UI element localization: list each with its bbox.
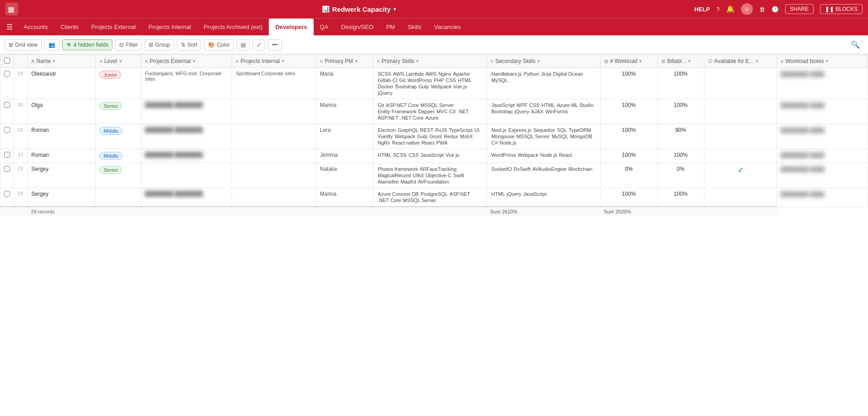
- cell-name[interactable]: Olga: [28, 99, 96, 124]
- cell-level: Senior: [96, 163, 141, 188]
- row-number: 21: [14, 124, 28, 149]
- filter-button[interactable]: ⊟ Filter: [115, 39, 142, 50]
- nav-item-design-seo[interactable]: Design/SEO: [335, 19, 380, 36]
- skill-tag: MSSQL Server: [403, 198, 436, 203]
- skill-tag: .NET Core: [400, 115, 424, 121]
- nav-bar: ☰ Accounts Clients Projects External Pro…: [0, 18, 868, 35]
- skill-tag: WinForms: [545, 109, 568, 114]
- skill-tag: Azure Cosmos DB: [378, 191, 418, 197]
- col-header-secondary-skills[interactable]: ≡ Secondary Skills ▾: [487, 55, 601, 68]
- skill-tag: Objective-C: [425, 173, 451, 178]
- cell-primary-pm: Natalia: [316, 163, 373, 188]
- skill-tag: CSS: [529, 102, 540, 108]
- col-header-primary-pm[interactable]: ≡ Primary PM ▾: [316, 55, 373, 68]
- skill-tag: JavaScript: [523, 191, 546, 197]
- cell-primary-skills: ElectronGraphQLRESTRxJSTypeScriptUIVueti…: [373, 124, 487, 149]
- col-header-billable[interactable]: ⊞ Billabl... ▾: [657, 55, 704, 68]
- row-checkbox[interactable]: [0, 188, 14, 207]
- color-icon: 🎨: [208, 42, 215, 48]
- hamburger-menu[interactable]: ☰: [2, 21, 17, 33]
- footer-spacer: 29 records: [28, 207, 487, 216]
- people-view-button[interactable]: 👥: [44, 39, 59, 50]
- search-button[interactable]: 🔍: [847, 39, 863, 51]
- notification-icon[interactable]: 🔔: [726, 5, 735, 13]
- proj-ext-col-icon: ≡: [145, 58, 148, 64]
- cell-projects-internal: [232, 99, 316, 124]
- name-col-icon: A: [31, 58, 34, 64]
- skill-tag: Nest.js: [491, 127, 507, 133]
- cell-name[interactable]: Roman: [28, 124, 96, 149]
- group-icon: ⊞: [149, 42, 153, 48]
- skill-tag: MongoDB: [570, 134, 592, 139]
- history-icon[interactable]: 🕐: [771, 6, 779, 13]
- color-button[interactable]: 🎨 Color: [204, 39, 234, 50]
- col-header-available[interactable]: ☑ Available for E... ▾: [704, 55, 777, 68]
- row-number: 22: [14, 149, 28, 163]
- col-header-notes[interactable]: ≡ Workload Notes ▾: [777, 55, 868, 68]
- cell-available: [704, 68, 777, 99]
- nav-item-accounts[interactable]: Accounts: [17, 19, 54, 36]
- blocks-button[interactable]: ❚❚ BLOCKS: [820, 4, 863, 14]
- share-button[interactable]: SHARE: [785, 4, 814, 14]
- skill-tag: RxJS: [435, 127, 447, 133]
- nav-item-pm[interactable]: PM: [380, 19, 402, 36]
- billable-col-icon: ⊞: [661, 58, 665, 64]
- nav-item-vacancies[interactable]: Vacancies: [428, 19, 467, 36]
- cell-projects-internal: [232, 124, 316, 149]
- skill-tag: Git: [378, 102, 384, 108]
- row-checkbox[interactable]: [0, 99, 14, 124]
- skill-tag: SQL: [557, 127, 567, 133]
- col-header-projects-external[interactable]: ≡ Projects External ▾: [141, 55, 232, 68]
- nav-item-projects-archived[interactable]: Projects Archived (ext): [197, 19, 269, 36]
- skill-tag: Swift: [453, 173, 464, 178]
- hidden-fields-button[interactable]: 👁 4 hidden fields: [62, 39, 112, 50]
- app-logo[interactable]: ▦: [5, 3, 18, 15]
- cell-workload: 100%: [600, 124, 657, 149]
- cell-level: Middle: [96, 124, 141, 149]
- cell-workload: 100%: [600, 99, 657, 124]
- col-header-projects-internal[interactable]: ≡ Projects Internal ▾: [232, 55, 316, 68]
- cell-projects-external: Funbargains, WFG-tool, Corporate sites: [141, 68, 232, 99]
- proj-int-col-icon: ≡: [236, 58, 238, 64]
- help-button[interactable]: HELP: [694, 6, 710, 13]
- select-all-checkbox[interactable]: [0, 55, 14, 68]
- cell-notes: ████████ ████: [777, 99, 868, 124]
- cell-billable: 100%: [657, 188, 704, 207]
- cell-projects-external: ████████ ████████: [141, 99, 232, 124]
- more-button[interactable]: •••: [268, 39, 282, 50]
- cell-name[interactable]: Roman: [28, 149, 96, 163]
- user-avatar[interactable]: U: [741, 3, 753, 15]
- nav-item-qa[interactable]: QA: [314, 19, 335, 36]
- expand-button[interactable]: ⤢: [252, 39, 265, 50]
- sort-button[interactable]: ⇅ Sort: [177, 39, 201, 50]
- cell-name[interactable]: Sergey: [28, 188, 96, 207]
- cell-notes: ████████ ████: [777, 188, 868, 207]
- filter-icon: ⊟: [119, 42, 124, 48]
- skill-tag: AVAudioEngine: [533, 166, 567, 172]
- nav-item-developers[interactable]: Developers: [269, 19, 313, 36]
- nav-item-skills[interactable]: Skills: [401, 19, 427, 36]
- col-header-level[interactable]: ≡ Level ▾: [96, 55, 141, 68]
- cell-name[interactable]: Oleksandr: [28, 68, 96, 99]
- cell-notes: ████████ ████: [777, 163, 868, 188]
- skill-tag: C#: [449, 109, 456, 114]
- row-checkbox[interactable]: [0, 124, 14, 149]
- view-toggle-button[interactable]: ⊞ Grid view: [5, 39, 42, 50]
- nav-item-projects-internal[interactable]: Projects Internal: [142, 19, 198, 36]
- group-button[interactable]: ⊞ Group: [145, 39, 174, 50]
- row-checkbox[interactable]: [0, 163, 14, 188]
- svg-text:▦: ▦: [8, 5, 15, 13]
- nav-item-clients[interactable]: Clients: [54, 19, 85, 36]
- col-header-workload[interactable]: ⊞ # Workload ▾: [600, 55, 657, 68]
- col-header-primary-skills[interactable]: ≡ Primary Skills ▾: [373, 55, 487, 68]
- delete-icon[interactable]: 🗑: [759, 6, 765, 13]
- help-icon[interactable]: ?: [716, 6, 719, 13]
- col-header-name[interactable]: A Name ▾: [28, 55, 96, 68]
- cell-name[interactable]: Sergey: [28, 163, 96, 188]
- nav-item-projects-external[interactable]: Projects External: [85, 19, 142, 36]
- skill-tag: Blockchain: [568, 166, 592, 172]
- table-footer-row: 29 records Sum 2610% Sum 2020%: [0, 207, 868, 216]
- row-checkbox[interactable]: [0, 68, 14, 99]
- row-checkbox[interactable]: [0, 149, 14, 163]
- row-height-button[interactable]: ▤: [237, 39, 250, 50]
